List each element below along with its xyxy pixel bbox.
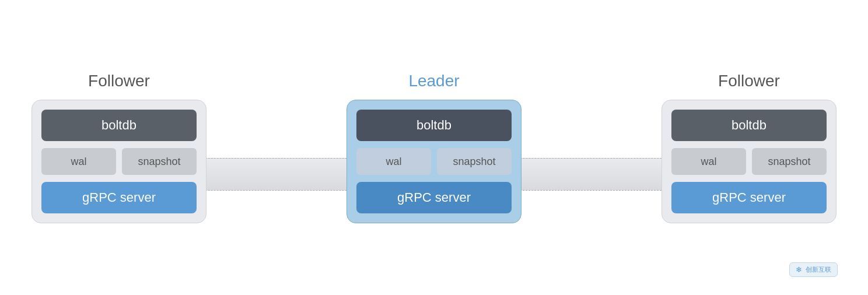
- leader-wrapper: Leader boltdb wal snapshot gRPC server: [341, 72, 527, 223]
- follower-left-title: Follower: [88, 72, 150, 90]
- follower-left-boltdb: boltdb: [41, 110, 197, 141]
- follower-right-wrapper: Follower boltdb wal snapshot gRPC server: [656, 72, 842, 223]
- leader-grpc: gRPC server: [356, 182, 512, 213]
- leader-snapshot: snapshot: [437, 148, 512, 175]
- leader-title: Leader: [408, 72, 459, 90]
- leader-boltdb: boltdb: [356, 110, 512, 141]
- follower-right-box: boltdb wal snapshot gRPC server: [662, 100, 836, 223]
- watermark-icon: ❄: [796, 265, 802, 274]
- follower-right-title: Follower: [718, 72, 780, 90]
- follower-right-storage-row: wal snapshot: [671, 148, 827, 175]
- follower-left-wrapper: Follower boltdb wal snapshot gRPC server: [26, 72, 212, 223]
- leader-box: boltdb wal snapshot gRPC server: [346, 100, 522, 223]
- follower-left-storage-row: wal snapshot: [41, 148, 197, 175]
- follower-left-wal: wal: [41, 148, 116, 175]
- follower-left-box: boltdb wal snapshot gRPC server: [32, 100, 206, 223]
- watermark-text: 创新互联: [806, 265, 831, 274]
- follower-right-snapshot: snapshot: [752, 148, 827, 175]
- follower-left-grpc: gRPC server: [41, 182, 197, 213]
- leader-storage-row: wal snapshot: [356, 148, 512, 175]
- leader-wal: wal: [356, 148, 431, 175]
- follower-right-grpc: gRPC server: [671, 182, 827, 213]
- follower-right-wal: wal: [671, 148, 746, 175]
- diagram-container: Follower boltdb wal snapshot gRPC server…: [26, 13, 842, 282]
- follower-left-snapshot: snapshot: [122, 148, 197, 175]
- follower-right-boltdb: boltdb: [671, 110, 827, 141]
- watermark: ❄ 创新互联: [789, 262, 838, 277]
- nodes-row: Follower boltdb wal snapshot gRPC server…: [26, 72, 842, 223]
